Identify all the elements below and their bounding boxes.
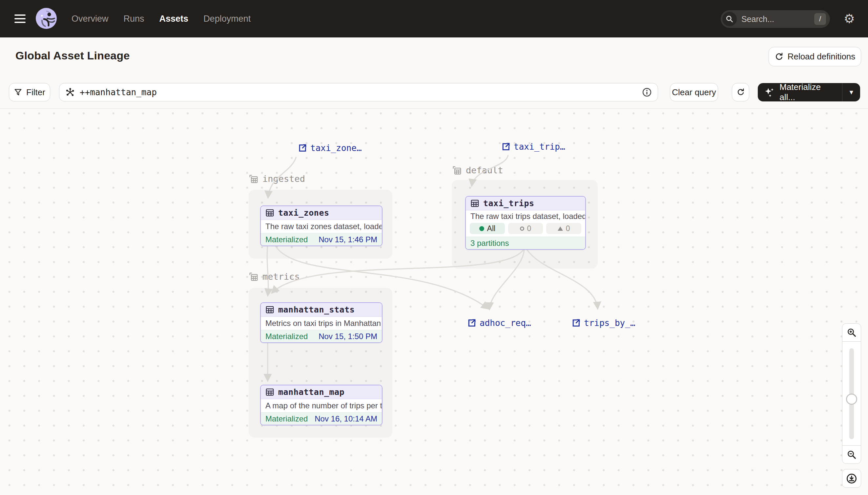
asset-status-bar: Materialized Nov 15, 1:50 PM [261, 330, 382, 342]
zoom-in-icon [847, 328, 856, 338]
info-icon[interactable] [642, 87, 652, 97]
materialize-all-button[interactable]: Materialize all... ▾ [758, 83, 860, 101]
materialized-label: Materialized [265, 235, 308, 244]
asset-selection-value: ++manhattan_map [80, 87, 642, 97]
external-link-icon [501, 142, 510, 151]
asset-selection-input[interactable]: ++manhattan_map [59, 83, 658, 101]
asset-group-icon [249, 174, 259, 184]
nav-overview[interactable]: Overview [72, 14, 109, 24]
group-label-ingested[interactable]: ingested [249, 174, 305, 184]
external-asset-taxi-trip[interactable]: taxi_trip… [501, 142, 565, 152]
asset-group-icon [249, 272, 259, 281]
asset-name: taxi_trips [483, 199, 534, 208]
asset-node-manhattan-map[interactable]: manhattan_map A map of the number of tri… [260, 385, 383, 425]
clear-query-button[interactable]: Clear query [670, 83, 718, 101]
external-link-icon [571, 319, 581, 328]
asset-name: taxi_zones [278, 208, 329, 218]
external-asset-adhoc-req[interactable]: adhoc_req… [467, 318, 531, 328]
filter-button[interactable]: Filter [9, 83, 50, 101]
asset-node-header: taxi_zones [261, 206, 382, 220]
reload-definitions-button[interactable]: Reload definitions [768, 47, 861, 66]
nav-assets[interactable]: Assets [159, 14, 189, 24]
triangle-icon [558, 226, 563, 231]
search-icon [722, 12, 737, 26]
zoom-in-button[interactable] [842, 323, 861, 342]
table-icon [265, 208, 274, 217]
zoom-out-icon [847, 450, 856, 460]
asset-node-taxi-trips[interactable]: taxi_trips The raw taxi trips dataset, l… [465, 196, 586, 250]
group-label-metrics[interactable]: metrics [249, 271, 300, 281]
asset-status-bar: Materialized Nov 16, 10:14 AM [261, 412, 382, 425]
partitions-count-label[interactable]: 3 partitions [471, 239, 509, 248]
asset-node-manhattan-stats[interactable]: manhattan_stats Metrics on taxi trips in… [260, 302, 383, 343]
group-label-default[interactable]: default [452, 165, 503, 175]
asset-status-bar: 3 partitions [466, 237, 585, 249]
materialize-all-label: Materialize all... [779, 82, 836, 102]
op-selector-icon [65, 87, 75, 97]
page-header: Global Asset Lineage Reload definitions [0, 37, 868, 75]
reload-icon [775, 52, 784, 62]
partition-health-row: All 0 0 [466, 222, 585, 237]
external-asset-trips-by[interactable]: trips_by_… [571, 318, 635, 328]
table-icon [265, 305, 274, 314]
partitions-all-pill[interactable]: All [470, 223, 505, 234]
zoom-slider[interactable] [842, 342, 861, 446]
refresh-icon [737, 88, 745, 97]
materialized-label: Materialized [265, 332, 308, 341]
external-link-icon [467, 319, 476, 328]
refresh-button[interactable] [732, 83, 749, 101]
sparkle-icon [763, 86, 776, 99]
asset-status-bar: Materialized Nov 15, 1:46 PM [261, 233, 382, 245]
search-input[interactable]: Search... / [721, 10, 830, 28]
asset-node-header: manhattan_stats [261, 303, 382, 317]
success-dot-icon [479, 226, 484, 231]
asset-description: Metrics on taxi trips in Manhattan [261, 317, 382, 330]
asset-description: The raw taxi trips dataset, loaded into … [466, 210, 585, 222]
materialize-dropdown-caret[interactable]: ▾ [843, 88, 860, 97]
zoom-controls [842, 323, 861, 464]
materialized-label: Materialized [265, 414, 308, 424]
table-icon [265, 388, 274, 396]
download-image-button[interactable] [842, 469, 861, 488]
hamburger-menu-icon[interactable] [14, 13, 27, 25]
asset-description: The raw taxi zones dataset, loaded int..… [261, 220, 382, 233]
download-icon [846, 473, 857, 484]
asset-group-icon [452, 166, 462, 175]
table-icon [471, 199, 479, 208]
nav-runs[interactable]: Runs [124, 14, 144, 24]
lineage-canvas[interactable]: ingested metrics default taxi_zone… taxi… [0, 109, 868, 495]
materialized-timestamp[interactable]: Nov 16, 10:14 AM [315, 414, 377, 424]
asset-node-header: manhattan_map [261, 386, 382, 399]
page-title: Global Asset Lineage [15, 49, 130, 62]
asset-description: A map of the number of trips per taxi z.… [261, 399, 382, 412]
lineage-edges [0, 109, 868, 495]
external-link-icon [298, 143, 307, 153]
materialized-timestamp[interactable]: Nov 15, 1:50 PM [319, 332, 377, 341]
search-placeholder: Search... [741, 14, 814, 24]
lineage-toolbar: Filter ++manhattan_map Clear query Mater… [0, 75, 868, 109]
materialized-timestamp[interactable]: Nov 15, 1:46 PM [319, 235, 377, 244]
zoom-out-button[interactable] [842, 445, 861, 464]
main-nav: Overview Runs Assets Deployment [72, 0, 251, 37]
asset-node-taxi-zones[interactable]: taxi_zones The raw taxi zones dataset, l… [260, 205, 383, 246]
zoom-slider-thumb[interactable] [846, 394, 857, 405]
asset-name: manhattan_stats [278, 305, 355, 314]
asset-node-header: taxi_trips [466, 197, 585, 210]
ring-icon [520, 226, 524, 231]
filter-funnel-icon [14, 88, 22, 97]
partitions-missing-pill[interactable]: 0 [546, 223, 581, 234]
top-navigation-bar: Overview Runs Assets Deployment Search..… [0, 0, 868, 37]
asset-name: manhattan_map [278, 387, 344, 397]
nav-deployment[interactable]: Deployment [203, 14, 251, 24]
gear-icon[interactable]: ⚙ [844, 11, 855, 27]
external-asset-taxi-zone[interactable]: taxi_zone… [298, 143, 362, 153]
dagster-logo[interactable] [35, 7, 58, 30]
partitions-failed-pill[interactable]: 0 [508, 223, 543, 234]
search-shortcut-badge: / [814, 13, 826, 25]
